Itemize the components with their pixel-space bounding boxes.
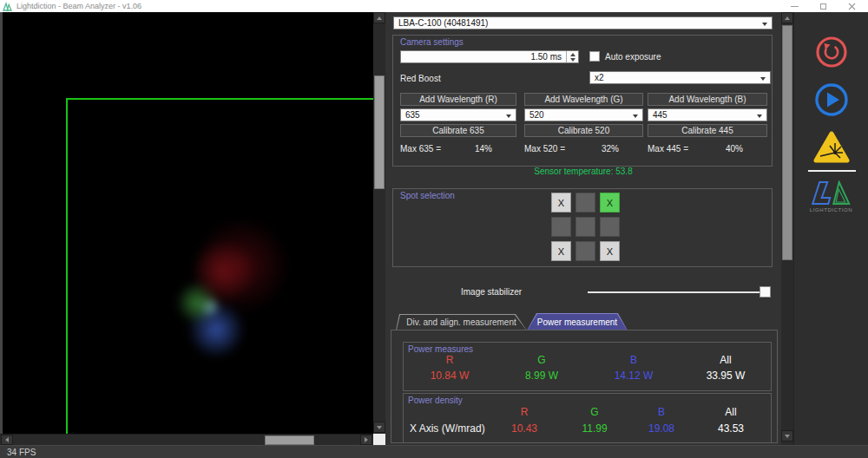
calibrate-g-button[interactable]: Calibrate 520 (524, 124, 643, 137)
spot-button-6[interactable] (600, 217, 620, 237)
spot-button-5[interactable] (575, 217, 595, 237)
wavelength-b-dropdown[interactable]: 445 (648, 108, 767, 121)
laser-warning-button[interactable] (812, 130, 851, 165)
spin-up-icon (570, 53, 575, 56)
panel-scroll-thumb[interactable] (782, 25, 792, 260)
power-all-value: 33.95 W (680, 370, 772, 382)
header-b: B (588, 354, 680, 366)
density-b-value: 19.08 (648, 422, 674, 435)
header-g: G (496, 354, 588, 366)
calibrate-g-label: Calibrate 520 (558, 126, 609, 135)
tab-div-align-measurement[interactable]: Div. and align. measurement (396, 314, 527, 330)
add-wavelength-g-button[interactable]: Add Wavelength (G) (524, 93, 643, 106)
fps-counter: 34 FPS (7, 448, 36, 457)
title-bar: Lightdiction - Beam Analyzer - v1.06 (0, 0, 868, 12)
header-all: All (680, 354, 772, 366)
beam-analyzer-window: Lightdiction - Beam Analyzer - v1.06 (0, 0, 868, 458)
spot-button-4[interactable] (551, 217, 571, 237)
power-measures-value-row: 10.84 W 8.99 W 14.12 W 33.95 W (404, 370, 773, 382)
power-measures-label: Power measures (408, 344, 473, 354)
spot-button-1[interactable]: X (551, 193, 571, 213)
lightdiction-logo: LIGHTDICTION (810, 180, 853, 213)
tab-power-measurement[interactable]: Power measurement (527, 313, 628, 330)
add-wavelength-b-button[interactable]: Add Wavelength (B) (648, 93, 767, 106)
red-boost-dropdown[interactable]: x2 (589, 71, 771, 84)
scroll-right-button[interactable] (360, 435, 372, 445)
image-stabilizer-slider[interactable] (588, 286, 771, 298)
density-g-value: 11.99 (582, 422, 607, 435)
wavelength-r-dropdown[interactable]: 635 (400, 108, 516, 121)
panel-vertical-scrollbar[interactable] (781, 12, 793, 445)
add-wavelength-r-button[interactable]: Add Wavelength (R) (400, 93, 516, 106)
reset-button[interactable] (815, 36, 848, 69)
minimize-button[interactable] (780, 0, 809, 12)
lightdiction-logo-text: LIGHTDICTION (810, 207, 853, 213)
density-header-r: R (521, 406, 529, 418)
spot-button-7[interactable]: X (551, 241, 571, 261)
power-density-group: Power density R G B All X Axis (W/mrad) … (403, 393, 772, 443)
power-g-value: 8.99 W (496, 370, 588, 382)
scroll-left-button[interactable] (1, 435, 13, 445)
spin-down-icon (570, 58, 575, 62)
window-left-edge (0, 12, 3, 445)
camera-viewport[interactable] (0, 12, 373, 434)
maximize-button[interactable] (809, 0, 838, 12)
camera-settings-label: Camera settings (400, 37, 464, 47)
slider-thumb[interactable] (760, 286, 771, 298)
calibrate-r-button[interactable]: Calibrate 635 (400, 124, 516, 137)
density-row-label: X Axis (W/mrad) (410, 422, 485, 435)
arrow-up-icon (785, 16, 790, 20)
scrollbar-corner (373, 434, 385, 445)
action-sidebar: LIGHTDICTION (793, 12, 868, 445)
maximize-icon (820, 3, 826, 10)
camera-vertical-scrollbar[interactable] (373, 12, 385, 434)
power-measures-group: Power measures R G B All 10.84 W 8.99 W … (403, 342, 772, 391)
max-b-value: 40% (726, 144, 743, 154)
exposure-spinbox[interactable]: 1.50 ms (400, 50, 579, 63)
device-selector-dropdown[interactable]: LBA-C-100 (40481491) (393, 16, 773, 29)
panel-scroll-up-button[interactable] (781, 12, 793, 23)
spot-button-8[interactable] (575, 241, 595, 261)
tab-label: Power measurement (527, 313, 628, 330)
red-boost-label: Red Boost (400, 74, 441, 83)
wavelength-g-dropdown[interactable]: 520 (524, 108, 643, 121)
power-measures-header-row: R G B All (404, 354, 773, 366)
power-measurement-panel: Power measures R G B All 10.84 W 8.99 W … (391, 330, 778, 443)
auto-exposure-label: Auto exposure (605, 52, 661, 62)
spot-selection-label: Spot selection (400, 191, 455, 200)
power-b-value: 14.12 W (588, 370, 680, 382)
sensor-temperature: Sensor temperature: 53.8 (385, 167, 781, 176)
auto-exposure-checkbox[interactable] (589, 51, 600, 62)
spot-button-2[interactable] (575, 193, 595, 213)
sensor-region-outline (66, 98, 373, 434)
play-button[interactable] (814, 82, 849, 117)
density-r-value: 10.43 (511, 422, 537, 435)
exposure-value: 1.50 ms (530, 52, 562, 62)
max-g-value: 32% (602, 144, 619, 154)
app-logo-icon (3, 2, 12, 11)
scroll-up-button[interactable] (373, 12, 385, 23)
density-header-b: B (658, 406, 665, 418)
tab-label: Div. and align. measurement (396, 314, 527, 330)
arrow-left-icon (5, 437, 9, 442)
image-stabilizer-label: Image stabilizer (461, 287, 522, 297)
calibrate-b-button[interactable]: Calibrate 445 (648, 124, 767, 137)
exposure-spinner[interactable] (566, 51, 578, 62)
close-button[interactable] (838, 0, 866, 12)
close-icon (848, 3, 856, 10)
scroll-down-button[interactable] (373, 422, 385, 433)
density-header-g: G (590, 406, 598, 418)
spot-button-9[interactable]: X (600, 241, 620, 261)
max-g-label: Max 520 = (524, 144, 565, 154)
device-selector-value: LBA-C-100 (40481491) (398, 18, 488, 28)
spot-selection-grid: X X X X (551, 193, 620, 261)
window-controls (780, 0, 866, 12)
panel-scroll-down-button[interactable] (781, 430, 793, 442)
slider-track[interactable] (588, 291, 771, 293)
vertical-scroll-thumb[interactable] (374, 75, 385, 189)
max-r-label: Max 635 = (400, 144, 441, 154)
camera-horizontal-scrollbar[interactable] (0, 434, 373, 445)
add-wavelength-b-label: Add Wavelength (B) (668, 95, 746, 104)
spot-button-3[interactable]: X (600, 193, 620, 213)
horizontal-scroll-thumb[interactable] (265, 435, 314, 445)
